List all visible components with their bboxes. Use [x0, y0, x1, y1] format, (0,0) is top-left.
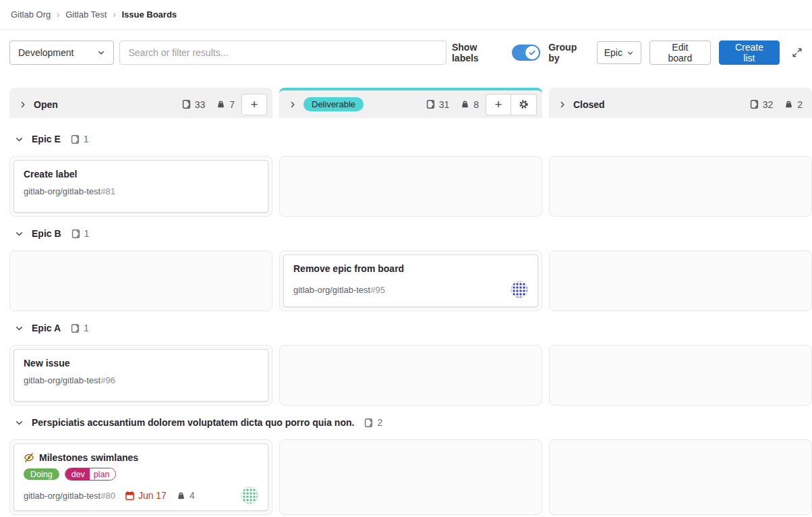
- board-switcher-dropdown[interactable]: Development: [9, 40, 114, 65]
- breadcrumb-separator-icon: ›: [113, 10, 115, 20]
- issue-reference-id: #95: [370, 285, 385, 295]
- add-issue-button[interactable]: +: [241, 94, 267, 115]
- column-header-open: Open 33 7 +: [9, 88, 272, 118]
- breadcrumb-group-link[interactable]: Gitlab Org: [11, 9, 51, 20]
- issues-count-icon: [426, 99, 436, 109]
- list-settings-button[interactable]: [511, 94, 537, 115]
- list-counts: 33 7: [181, 99, 235, 110]
- board-cell: Milestones swimlanes Doing dev plan gitl…: [9, 439, 272, 515]
- due-date: Jun 17: [125, 490, 167, 501]
- issue-reference-path: gitlab-org/gitlab-test: [24, 186, 100, 196]
- swimlane-epic-a: Epic A 1 New issue gitlab-org/gitlab-tes…: [0, 321, 812, 406]
- scoped-label-key: dev: [65, 468, 90, 480]
- chevron-down-icon: [15, 229, 24, 238]
- list-title: Open: [34, 99, 58, 110]
- breadcrumb-project-link[interactable]: Gitlab Test: [65, 9, 107, 20]
- column-header-deliverable: Deliverable 31 8 +: [279, 88, 542, 118]
- breadcrumb: Gitlab Org › Gitlab Test › Issue Boards: [0, 0, 812, 30]
- board-toolbar: Development Show labels Group by Epic Ed…: [0, 30, 812, 77]
- issue-card-remove-epic[interactable]: Remove epic from board gitlab-org/gitlab…: [283, 254, 538, 307]
- chevron-down-icon: [97, 49, 105, 57]
- issue-reference-id: #96: [100, 375, 115, 385]
- board-cell: New issue gitlab-org/gitlab-test #96: [9, 345, 272, 406]
- issues-count: 33: [195, 99, 206, 110]
- issue-reference-id: #81: [100, 186, 115, 196]
- issues-count-icon: [71, 229, 81, 239]
- list-counts: 31 8: [426, 99, 479, 110]
- collapse-lane-button[interactable]: [12, 416, 26, 430]
- swimlane-epic-b: Epic B 1 Remove epic from board gitlab-o…: [0, 226, 812, 311]
- collapse-lane-button[interactable]: [12, 321, 26, 335]
- create-list-button[interactable]: Create list: [719, 40, 780, 65]
- confidential-eye-slash-icon: [24, 452, 34, 463]
- board-cell-empty: [279, 439, 542, 515]
- epic-issue-count: 1: [71, 228, 90, 239]
- board-cell-empty: [9, 250, 272, 311]
- epic-issue-count: 1: [70, 323, 89, 333]
- weight-icon: [216, 99, 226, 109]
- board-cell-empty: [549, 439, 812, 515]
- chevron-down-icon: [15, 135, 24, 144]
- issues-count: 32: [763, 99, 774, 110]
- weight-count: 7: [229, 99, 235, 110]
- board-switcher-value: Development: [18, 47, 74, 58]
- weight-count: 2: [797, 99, 803, 110]
- epic-issue-count: 1: [70, 134, 89, 144]
- search-input[interactable]: [119, 40, 446, 65]
- board-cell-empty: [549, 345, 812, 406]
- collapse-list-button[interactable]: [286, 98, 299, 111]
- collapse-list-button[interactable]: [16, 98, 30, 111]
- group-by-value: Epic: [604, 47, 622, 58]
- label-doing[interactable]: Doing: [24, 468, 59, 480]
- issues-count-icon: [181, 99, 192, 109]
- issue-card-milestones-swimlanes[interactable]: Milestones swimlanes Doing dev plan gitl…: [13, 443, 268, 511]
- epic-issue-count: 2: [364, 417, 382, 428]
- issues-count: 31: [439, 99, 450, 110]
- board-cell: Create label gitlab-org/gitlab-test #81: [9, 156, 272, 217]
- epic-title: Epic A: [32, 323, 61, 333]
- list-title: Closed: [573, 99, 605, 110]
- issues-count-icon: [70, 323, 80, 333]
- calendar-overdue-icon: [125, 491, 135, 501]
- board-cell-empty: [279, 156, 542, 217]
- show-labels-label: Show labels: [452, 42, 504, 63]
- chevron-right-icon: [558, 101, 567, 109]
- issue-title: New issue: [24, 358, 258, 369]
- board-cell-empty: [549, 156, 812, 217]
- toggle-knob: [525, 46, 539, 59]
- epic-title: Epic B: [32, 228, 61, 239]
- weight-icon: [784, 99, 794, 109]
- issue-reference-id: #80: [100, 491, 115, 501]
- assignee-avatar[interactable]: [241, 487, 258, 504]
- assignee-avatar[interactable]: [511, 281, 528, 298]
- column-headers-row: Open 33 7 + Deliverable 31 8: [0, 88, 812, 118]
- issue-reference-path: gitlab-org/gitlab-test: [293, 285, 370, 295]
- chevron-right-icon: [19, 101, 27, 109]
- issues-count-icon: [70, 134, 80, 144]
- board-cell-empty: [279, 345, 542, 406]
- add-issue-button[interactable]: +: [486, 94, 511, 115]
- label-dev-plan-scoped[interactable]: dev plan: [65, 468, 117, 481]
- collapse-list-button[interactable]: [556, 98, 569, 111]
- weight-icon: [460, 99, 470, 109]
- swimlane-perspiciatis: Perspiciatis accusantium dolorem volupta…: [0, 415, 812, 515]
- expand-icon: [792, 47, 803, 58]
- group-by-dropdown[interactable]: Epic: [597, 41, 641, 64]
- issue-card-new-issue[interactable]: New issue gitlab-org/gitlab-test #96: [13, 349, 268, 402]
- chevron-down-icon: [15, 418, 24, 427]
- collapse-lane-button[interactable]: [12, 227, 26, 241]
- list-counts: 32 2: [749, 99, 807, 110]
- collapse-lane-button[interactable]: [12, 132, 26, 146]
- chevron-down-icon: [15, 324, 24, 333]
- toggle-focus-mode-button[interactable]: [792, 47, 803, 58]
- scoped-label-value: plan: [90, 468, 116, 480]
- check-icon: [528, 49, 536, 57]
- issue-title: Create label: [24, 169, 258, 180]
- gear-icon: [519, 99, 529, 109]
- weight-count: 8: [473, 99, 479, 110]
- show-labels-toggle[interactable]: [512, 45, 540, 61]
- breadcrumb-current-page: Issue Boards: [121, 9, 177, 20]
- board-cell-empty: [549, 250, 812, 311]
- edit-board-button[interactable]: Edit board: [649, 40, 711, 65]
- issue-card-create-label[interactable]: Create label gitlab-org/gitlab-test #81: [13, 160, 268, 213]
